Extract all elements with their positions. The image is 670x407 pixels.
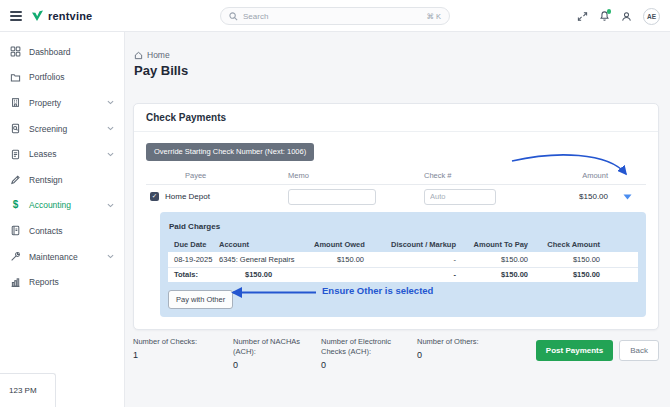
- sidebar-item-label: Screening: [29, 124, 99, 134]
- sidebar-item-leases[interactable]: Leases: [0, 141, 124, 167]
- sidebar-item-label: Rentsign: [29, 175, 114, 185]
- pc-header-amount-owed: Amount Owed: [310, 240, 368, 249]
- sidebar-item-property[interactable]: Property: [0, 90, 124, 116]
- search-shortcut: ⌘ K: [426, 12, 441, 21]
- main-content: Home Pay Bills Check Payments Override S…: [125, 32, 670, 407]
- topbar-left: rentvine: [10, 0, 92, 32]
- breadcrumb: Home: [134, 50, 170, 60]
- menu-icon[interactable]: [10, 11, 22, 20]
- summary-electronic-checks-value: 0: [321, 360, 409, 370]
- summary-checks: Number of Checks: 1: [133, 337, 225, 370]
- page-title: Pay Bills: [134, 63, 188, 78]
- check-number-input[interactable]: [424, 189, 496, 205]
- user-icon[interactable]: [621, 11, 632, 22]
- sidebar-item-label: Contacts: [29, 226, 114, 236]
- chevron-down-icon: [107, 126, 114, 131]
- paid-charges-title: Paid Charges: [169, 222, 638, 231]
- dashboard-icon: [10, 46, 21, 57]
- maintenance-icon: [10, 251, 21, 262]
- pc-totals-amount-owed: $150.00: [215, 270, 310, 279]
- payments-table-header: Payee Memo Check # Amount: [146, 168, 646, 185]
- sidebar-item-screening[interactable]: Screening: [0, 116, 124, 142]
- pc-header-discount-markup: Discount / Markup: [368, 240, 460, 249]
- expand-row-chevron-icon[interactable]: [623, 194, 632, 200]
- notifications-button[interactable]: [599, 10, 610, 22]
- sidebar-item-accounting[interactable]: $ Accounting: [0, 193, 124, 219]
- global-search[interactable]: ⌘ K: [220, 7, 450, 25]
- sidebar-item-label: Maintenance: [29, 252, 99, 262]
- sidebar-item-dashboard[interactable]: Dashboard: [0, 39, 124, 65]
- sidebar-item-rentsign[interactable]: Rentsign: [0, 167, 124, 193]
- pc-cell-amount-owed: $150.00: [310, 255, 368, 264]
- paid-charges-panel: Paid Charges Due Date Account Amount Owe…: [160, 212, 646, 317]
- page-actions: Post Payments Back: [536, 340, 659, 361]
- chevron-down-icon: [107, 203, 114, 208]
- pc-cell-due-date: 08-19-2025: [168, 255, 215, 264]
- sidebar-item-label: Leases: [29, 149, 99, 159]
- row-amount: $150.00: [542, 192, 608, 201]
- sidebar-item-maintenance[interactable]: Maintenance: [0, 244, 124, 270]
- pc-cell-check-amount: $150.00: [532, 255, 604, 264]
- rentsign-icon: [10, 174, 21, 185]
- chevron-down-icon: [107, 152, 114, 157]
- search-icon: [229, 12, 238, 21]
- pc-header-amount-to-pay: Amount To Pay: [460, 240, 532, 249]
- sidebar-item-reports[interactable]: Reports: [0, 269, 124, 295]
- reports-icon: [10, 277, 21, 288]
- sidebar-item-label: Dashboard: [29, 47, 114, 57]
- summary-nachas-value: 0: [233, 360, 313, 370]
- chevron-down-icon: [107, 254, 114, 259]
- column-header-memo: Memo: [288, 171, 424, 180]
- pc-cell-account: 6345: General Repairs: [215, 255, 310, 264]
- override-check-number-button[interactable]: Override Starting Check Number (Next: 10…: [146, 143, 314, 161]
- sidebar-item-contacts[interactable]: Contacts: [0, 218, 124, 244]
- pc-totals-amount-to-pay: $150.00: [460, 270, 532, 279]
- breadcrumb-home-link[interactable]: Home: [147, 50, 170, 60]
- portfolios-icon: [10, 72, 21, 83]
- sidebar-item-label: Accounting: [29, 200, 99, 210]
- memo-input[interactable]: [288, 189, 376, 205]
- avatar[interactable]: AE: [643, 8, 660, 25]
- pc-totals-label: Totals:: [168, 270, 215, 279]
- pay-with-other-button[interactable]: Pay with Other: [168, 290, 233, 309]
- leases-icon: [10, 149, 21, 160]
- payment-summary: Number of Checks: 1 Number of NACHAs (AC…: [133, 337, 495, 370]
- home-icon: [134, 51, 143, 60]
- pc-totals-check-amount: $150.00: [532, 270, 604, 279]
- screening-icon: [10, 123, 21, 134]
- summary-others: Number of Others: 0: [417, 337, 495, 370]
- column-header-payee: Payee: [146, 171, 288, 180]
- back-button[interactable]: Back: [619, 340, 659, 361]
- sidebar: Dashboard Portfolios Property Screening: [0, 32, 125, 407]
- rentvine-logo[interactable]: rentvine: [31, 10, 92, 22]
- pc-totals-discount-markup: -: [368, 270, 460, 279]
- summary-others-value: 0: [417, 350, 495, 360]
- sidebar-item-label: Reports: [29, 277, 114, 287]
- summary-electronic-checks: Number of Electronic Checks (ACH): 0: [321, 337, 409, 370]
- rentvine-logo-icon: [31, 10, 44, 22]
- pc-header-due-date: Due Date: [168, 240, 215, 249]
- post-payments-button[interactable]: Post Payments: [536, 340, 613, 361]
- column-header-check: Check #: [424, 171, 542, 180]
- check-payments-card: Check Payments Override Starting Check N…: [133, 103, 659, 330]
- pc-cell-amount-to-pay: $150.00: [460, 255, 532, 264]
- column-header-amount: Amount: [542, 171, 608, 180]
- paid-charges-header-row: Due Date Account Amount Owed Discount / …: [168, 237, 638, 252]
- topbar: rentvine ⌘ K: [0, 0, 670, 32]
- card-title: Check Payments: [134, 104, 658, 132]
- accounting-icon: $: [10, 200, 21, 210]
- sidebar-item-label: Property: [29, 98, 99, 108]
- topbar-right: AE: [577, 0, 660, 32]
- payee-name: Home Depot: [165, 192, 210, 201]
- search-input[interactable]: [243, 12, 421, 21]
- chevron-down-icon: [107, 100, 114, 105]
- switch-arrows-icon[interactable]: [577, 11, 588, 22]
- app-window: Ensure Other is selected rentvine ⌘ K: [0, 0, 670, 407]
- brand-name: rentvine: [48, 10, 92, 22]
- sidebar-item-label: Portfolios: [29, 72, 114, 82]
- row-checkbox[interactable]: [150, 192, 159, 201]
- pc-header-check-amount: Check Amount: [532, 240, 604, 249]
- clock-widget: 123 PM: [0, 373, 56, 407]
- sidebar-item-portfolios[interactable]: Portfolios: [0, 65, 124, 91]
- contacts-icon: [10, 225, 21, 236]
